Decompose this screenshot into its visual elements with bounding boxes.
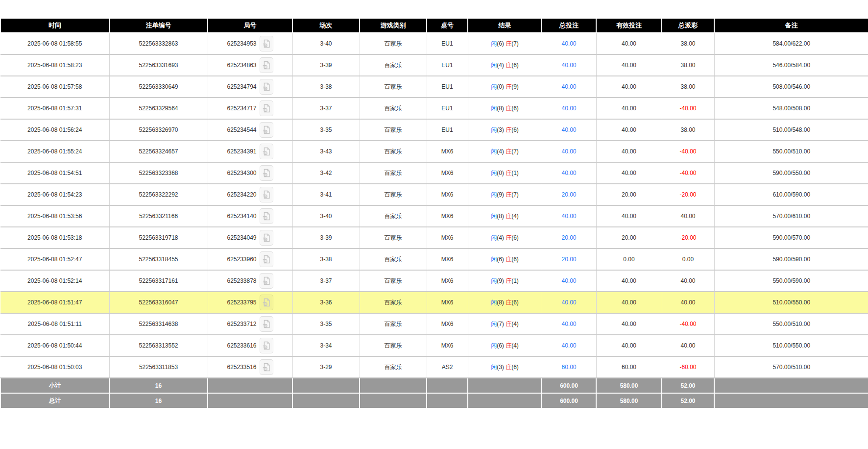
cell-round-id: 625234140 bbox=[208, 205, 292, 227]
round-id: 625234717 bbox=[227, 105, 256, 112]
video-replay-button[interactable] bbox=[260, 316, 273, 332]
header-row: 时间 注单编号 局号 场次 游戏类别 桌号 结果 总投注 有效投注 总派彩 备注 bbox=[0, 18, 868, 33]
video-replay-button[interactable] bbox=[260, 36, 273, 51]
cell-table-no: AS2 bbox=[427, 356, 468, 378]
result-player-label: 闲 bbox=[491, 62, 497, 69]
cell-result: 闲(3) 庄(6) bbox=[468, 119, 542, 141]
result-banker-num: (6) bbox=[511, 126, 519, 133]
cell-table-no: MX6 bbox=[427, 184, 468, 205]
result-banker-num: (7) bbox=[511, 148, 519, 155]
cell-game-type: 百家乐 bbox=[360, 227, 427, 249]
result-banker-label: 庄 bbox=[506, 213, 511, 220]
cell-table-no: MX6 bbox=[427, 335, 468, 356]
video-replay-button[interactable] bbox=[260, 122, 273, 138]
result-banker-label: 庄 bbox=[506, 105, 511, 112]
cell-session: 3-42 bbox=[292, 162, 360, 184]
total-total-bet: 600.00 bbox=[542, 393, 596, 408]
cell-game-type: 百家乐 bbox=[360, 162, 427, 184]
cell-game-type: 百家乐 bbox=[360, 184, 427, 205]
result-banker-num: (6) bbox=[511, 364, 519, 371]
video-replay-button[interactable] bbox=[260, 57, 273, 73]
video-file-icon bbox=[263, 39, 270, 48]
cell-game-type: 百家乐 bbox=[360, 249, 427, 270]
subtotal-payout: 52.00 bbox=[662, 378, 714, 393]
cell-total-bet: 40.00 bbox=[542, 33, 596, 54]
video-file-icon bbox=[263, 61, 270, 70]
result-player-num: (0) bbox=[497, 83, 504, 90]
table-row: 2025-06-08 01:52:14522563317161625233878… bbox=[0, 270, 868, 292]
cell-valid-bet: 40.00 bbox=[596, 76, 662, 98]
video-file-icon bbox=[263, 169, 270, 177]
result-player-num: (8) bbox=[497, 105, 504, 112]
cell-payout: -40.00 bbox=[662, 98, 714, 119]
col-header-table-no: 桌号 bbox=[427, 18, 468, 33]
video-file-icon bbox=[263, 104, 270, 113]
cell-valid-bet: 40.00 bbox=[596, 119, 662, 141]
cell-game-type: 百家乐 bbox=[360, 335, 427, 356]
result-banker-label: 庄 bbox=[506, 126, 511, 133]
result-player-num: (3) bbox=[497, 126, 504, 133]
col-header-total-bet: 总投注 bbox=[542, 18, 596, 33]
cell-payout: -60.00 bbox=[662, 356, 714, 378]
cell-session: 3-38 bbox=[292, 76, 360, 98]
video-replay-button[interactable] bbox=[260, 208, 273, 224]
table-row: 2025-06-08 01:55:24522563324657625234391… bbox=[0, 141, 868, 162]
result-banker-label: 庄 bbox=[506, 342, 511, 349]
cell-table-no: MX6 bbox=[427, 162, 468, 184]
result-player-num: (4) bbox=[497, 62, 504, 69]
table-row: 2025-06-08 01:54:51522563323368625234300… bbox=[0, 162, 868, 184]
cell-time: 2025-06-08 01:53:56 bbox=[0, 205, 109, 227]
video-replay-button[interactable] bbox=[260, 338, 273, 353]
cell-round-id: 625233516 bbox=[208, 356, 292, 378]
video-replay-button[interactable] bbox=[260, 359, 273, 375]
video-replay-button[interactable] bbox=[260, 100, 273, 116]
video-replay-button[interactable] bbox=[260, 230, 273, 246]
cell-session: 3-43 bbox=[292, 141, 360, 162]
result-banker-num: (6) bbox=[511, 234, 519, 241]
result-banker-num: (7) bbox=[511, 191, 519, 198]
video-replay-button[interactable] bbox=[260, 187, 273, 202]
cell-total-bet: 60.00 bbox=[542, 356, 596, 378]
cell-valid-bet: 20.00 bbox=[596, 227, 662, 249]
round-id: 625234140 bbox=[227, 213, 256, 220]
table-row: 2025-06-08 01:54:23522563322292625234220… bbox=[0, 184, 868, 205]
video-replay-button[interactable] bbox=[260, 144, 273, 159]
cell-round-id: 625233712 bbox=[208, 313, 292, 335]
cell-total-bet: 40.00 bbox=[542, 270, 596, 292]
cell-total-bet: 20.00 bbox=[542, 184, 596, 205]
result-banker-label: 庄 bbox=[506, 40, 511, 47]
cell-bet-id: 522563322292 bbox=[109, 184, 208, 205]
video-replay-button[interactable] bbox=[260, 251, 273, 267]
result-player-label: 闲 bbox=[491, 299, 497, 306]
cell-table-no: MX6 bbox=[427, 270, 468, 292]
cell-total-bet: 40.00 bbox=[542, 313, 596, 335]
table-row: 2025-06-08 01:53:18522563319718625234049… bbox=[0, 227, 868, 249]
video-file-icon bbox=[263, 276, 270, 285]
cell-valid-bet: 40.00 bbox=[596, 54, 662, 76]
cell-time: 2025-06-08 01:52:47 bbox=[0, 249, 109, 270]
video-replay-button[interactable] bbox=[260, 165, 273, 181]
result-banker-label: 庄 bbox=[506, 256, 511, 263]
cell-time: 2025-06-08 01:51:11 bbox=[0, 313, 109, 335]
cell-bet-id: 522563329564 bbox=[109, 98, 208, 119]
cell-round-id: 625233960 bbox=[208, 249, 292, 270]
cell-payout: 38.00 bbox=[662, 76, 714, 98]
cell-valid-bet: 40.00 bbox=[596, 335, 662, 356]
cell-round-id: 625234220 bbox=[208, 184, 292, 205]
result-player-label: 闲 bbox=[491, 277, 497, 284]
video-replay-button[interactable] bbox=[260, 295, 273, 310]
video-replay-button[interactable] bbox=[260, 273, 273, 289]
round-id: 625234794 bbox=[227, 83, 256, 90]
result-banker-label: 庄 bbox=[506, 170, 511, 176]
result-player-num: (9) bbox=[497, 191, 504, 198]
video-replay-button[interactable] bbox=[260, 79, 273, 95]
round-id: 625233712 bbox=[227, 321, 256, 327]
cell-round-id: 625234863 bbox=[208, 54, 292, 76]
round-id: 625234300 bbox=[227, 170, 256, 176]
cell-remark: 510.00/550.00 bbox=[714, 335, 868, 356]
result-banker-label: 庄 bbox=[506, 148, 511, 155]
total-count: 16 bbox=[109, 393, 208, 408]
cell-result: 闲(4) 庄(7) bbox=[468, 141, 542, 162]
cell-bet-id: 522563330649 bbox=[109, 76, 208, 98]
result-player-label: 闲 bbox=[491, 213, 497, 220]
